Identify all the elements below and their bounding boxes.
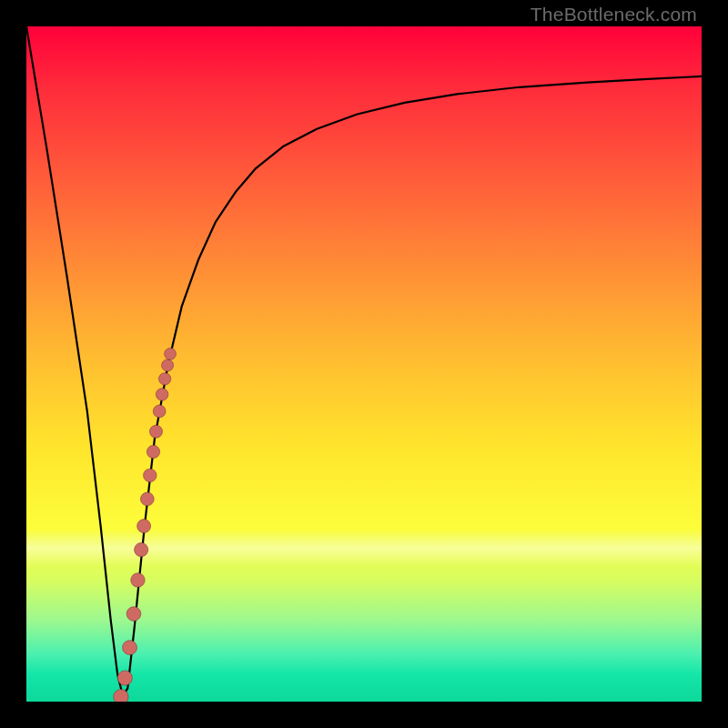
highlight-dot <box>137 520 151 533</box>
highlight-dot <box>126 607 141 622</box>
highlight-dot <box>165 348 177 359</box>
chart-overlay <box>26 26 702 702</box>
bottleneck-curve <box>26 26 702 696</box>
highlight-dots-group <box>114 348 177 702</box>
highlight-dot <box>156 389 168 401</box>
chart-frame: TheBottleneck.com <box>0 0 728 728</box>
highlight-dot <box>117 671 132 685</box>
highlight-dot <box>149 425 162 438</box>
highlight-dot <box>140 492 154 506</box>
highlight-dot <box>123 641 137 655</box>
highlight-dot <box>162 359 174 371</box>
highlight-dot <box>158 373 170 385</box>
watermark-text: TheBottleneck.com <box>531 4 697 25</box>
highlight-dot <box>135 542 148 556</box>
highlight-dot <box>144 469 157 481</box>
highlight-dot <box>114 690 128 702</box>
highlight-dot <box>147 445 159 458</box>
highlight-dot <box>131 573 145 587</box>
plot-area <box>26 26 702 702</box>
highlight-dot <box>153 405 166 418</box>
